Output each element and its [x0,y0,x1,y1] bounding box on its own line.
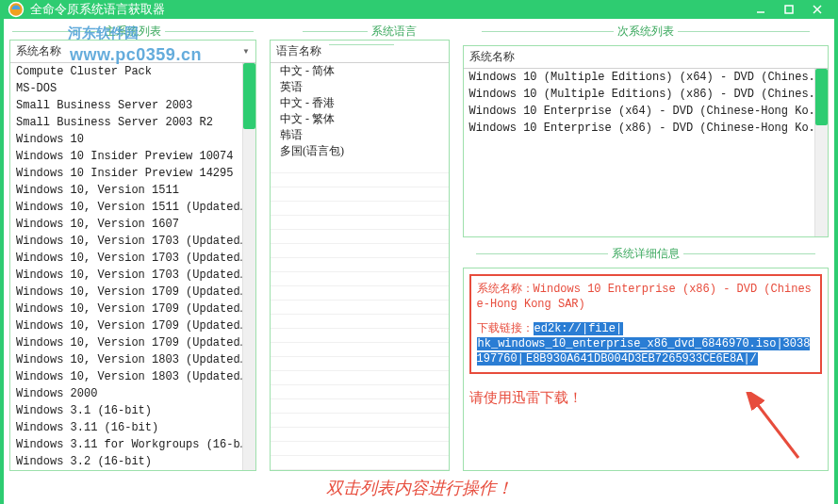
list-item[interactable]: Windows 10, Version 1511 (Updated Apr... [10,199,255,216]
list-item[interactable]: Windows 10 Enterprise (x86) - DVD (Chine… [464,120,828,137]
list-item[interactable]: 韩语 [271,127,449,143]
empty-line [271,301,449,315]
list-item[interactable]: Windows 10, Version 1803 (Updated Jul... [10,351,255,368]
scrollbar-vertical[interactable] [242,63,255,470]
empty-line [271,357,449,371]
empty-line [271,258,449,272]
empty-line [271,187,449,202]
list-item[interactable]: 多国(语言包) [271,143,449,159]
list-item[interactable]: Windows 10, Version 1709 (Updated Dec... [10,284,255,301]
language-listbox[interactable]: 语言名称 中文 - 简体英语中文 - 香港中文 - 繁体韩语多国(语言包) [270,40,450,471]
empty-line [271,202,449,216]
list-item[interactable]: Windows 10, Version 1709 (Updated Sep... [10,334,255,351]
empty-line [271,456,449,470]
empty-line [271,428,449,442]
app-icon [8,1,25,18]
close-button[interactable] [804,0,830,19]
sysname-label: 系统名称： [477,283,534,296]
list-item[interactable]: Small Business Server 2003 R2 [10,114,255,131]
list-item[interactable]: Windows 10 (Multiple Editions) (x64) - D… [464,69,828,86]
empty-line [271,159,449,173]
scrollbar-thumb[interactable] [243,63,255,129]
list-item[interactable]: Windows 3.1 (16-bit) [10,402,255,419]
list-item[interactable]: Windows 10, Version 1703 (Updated Jun... [10,250,255,267]
list-item[interactable]: Windows 10, Version 1703 (Updated Jul... [10,233,255,250]
minimize-button[interactable] [748,0,774,19]
list-item[interactable]: 中文 - 繁体 [271,111,449,127]
detail-label: 系统详细信息 [463,247,829,260]
list-item[interactable]: Windows 10, Version 1511 [10,182,255,199]
chevron-down-icon: ▼ [242,47,250,56]
detail-info-frame: 系统名称：Windows 10 Enterprise (x86) - DVD (… [469,274,822,374]
list-item[interactable]: Windows 10, Version 1703 (Updated Mar... [10,267,255,284]
maximize-button[interactable] [776,0,802,19]
empty-line [271,399,449,414]
svg-rect-3 [785,6,793,13]
list-item[interactable]: Windows 3.11 for Workgroups (16-bit) [10,436,255,453]
empty-line [271,343,449,357]
list-item[interactable]: Windows 10, Version 1803 (Updated Mar... [10,368,255,385]
empty-line [271,371,449,385]
list-item[interactable]: MS-DOS [10,80,255,97]
main-system-listbox[interactable]: 系统名称 ▼ Compute Cluster PackMS-DOSSmall B… [9,40,256,471]
empty-line [271,272,449,286]
window-title: 全命令原系统语言获取器 [30,1,748,18]
empty-line [271,315,449,329]
main-list-label: 主系统列表 [9,24,256,38]
empty-line [271,244,449,258]
empty-line [271,230,449,244]
lang-list-label: 系统语言 [270,24,450,38]
lang-list-header[interactable]: 语言名称 [276,43,321,59]
list-item[interactable]: Windows 3.11 (16-bit) [10,419,255,436]
list-item[interactable]: Small Business Server 2003 [10,97,255,114]
list-item[interactable]: Windows 3.2 (16-bit) [10,453,255,470]
main-list-header[interactable]: 系统名称 [16,43,61,59]
empty-line [271,286,449,301]
empty-line [271,385,449,399]
list-item[interactable]: Windows 10 [10,131,255,148]
secondary-system-listbox[interactable]: 系统名称 Windows 10 (Multiple Editions) (x64… [463,45,829,237]
empty-line [271,329,449,343]
empty-line [271,173,449,187]
list-item[interactable]: 英语 [271,79,449,95]
thunder-note: 请使用迅雷下载！ [469,389,822,407]
footer-tip: 双击列表内容进行操作！ [9,471,829,501]
empty-line [271,414,449,428]
titlebar: 全命令原系统语言获取器 [0,0,838,19]
list-item[interactable]: Windows 10 Insider Preview 10074 [10,148,255,165]
list-item[interactable]: Windows 10, Version 1709 (Updated Nov... [10,317,255,334]
scrollbar-thumb[interactable] [815,69,828,125]
download-link-label: 下载链接： [477,322,534,335]
list-item[interactable]: Windows 10, Version 1607 [10,216,255,233]
system-detail-box: 系统名称：Windows 10 Enterprise (x86) - DVD (… [463,268,829,471]
secondary-list-header[interactable]: 系统名称 [469,49,515,65]
list-item[interactable]: Windows 2000 [10,385,255,402]
list-item[interactable]: 中文 - 香港 [271,95,449,111]
scrollbar-vertical[interactable] [814,69,828,236]
list-item[interactable]: Windows 10 (Multiple Editions) (x86) - D… [464,86,828,103]
empty-line [271,442,449,456]
list-item[interactable]: Windows 10, Version 1709 (Updated Jan... [10,301,255,317]
secondary-list-label: 次系统列表 [463,24,829,38]
list-item[interactable]: Windows 10 Enterprise (x64) - DVD (Chine… [464,103,828,120]
list-item[interactable]: Windows 10 Insider Preview 14295 [10,165,255,182]
list-item[interactable]: 中文 - 简体 [271,63,449,79]
empty-line [271,216,449,230]
list-item[interactable]: Compute Cluster Pack [10,63,255,80]
